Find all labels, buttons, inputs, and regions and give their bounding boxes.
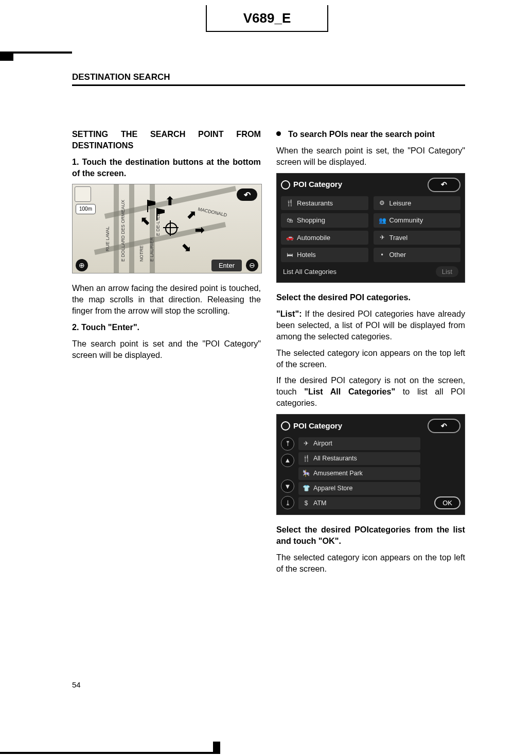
zoom-in-button[interactable]: ⊕ (76, 259, 88, 271)
category-label: Shopping (297, 216, 325, 225)
content-area: SETTING THE SEARCH POINT FROM DESTINATIO… (72, 129, 465, 580)
list-item-label: Airport (313, 439, 332, 448)
list-item[interactable]: ✈Airport (298, 437, 420, 450)
screenshot-footer: List All Categories List (281, 266, 460, 278)
hotels-icon: 🛏 (286, 251, 293, 259)
arrow-downright-icon[interactable]: ⬊ (181, 242, 192, 253)
bullet-heading: To search POIs near the search point (276, 129, 465, 140)
ok-button[interactable]: OK (434, 496, 460, 510)
page-number: 54 (72, 680, 81, 689)
list-button[interactable]: List (436, 266, 458, 278)
category-label: Automobile (297, 233, 330, 243)
category-label: Other (389, 250, 406, 260)
category-button[interactable]: ⚙Leisure (374, 196, 461, 211)
flag-icon (156, 208, 166, 220)
arrow-right-icon[interactable]: ➡ (194, 225, 205, 236)
category-label: Restaurants (297, 199, 333, 208)
paragraph: When the search point is set, the "POI C… (276, 145, 465, 168)
screenshot-header: POI Category ↶ (281, 178, 460, 192)
arrow-upleft-icon[interactable]: ⬉ (139, 215, 151, 227)
paragraph-text: If the desired POI categories have alrea… (276, 309, 465, 341)
restaurants-icon: 🍴 (303, 454, 310, 462)
paragraph-bold: Select the desired POIcategories from th… (276, 524, 465, 547)
category-label: Travel (389, 233, 408, 243)
list-item[interactable]: $ATM (298, 497, 420, 510)
back-button[interactable]: ↶ (428, 178, 460, 192)
map-scale-label: 100m (76, 204, 96, 214)
paragraph: The search point is set and the "POI Cat… (72, 338, 261, 361)
left-column: SETTING THE SEARCH POINT FROM DESTINATIO… (72, 129, 261, 580)
category-button[interactable]: 🛏Hotels (281, 248, 368, 262)
list-all-categories-button[interactable]: List All Categories (283, 267, 336, 277)
category-button[interactable]: •Other (374, 248, 461, 262)
street-label: RUE LAVAL (104, 227, 111, 251)
street-label: MACDONALD (197, 206, 227, 218)
list-item-label: ATM (313, 499, 326, 508)
right-column: To search POIs near the search point Whe… (276, 129, 465, 580)
screenshot-title: POI Category (293, 421, 342, 431)
category-button[interactable]: 👥Community (374, 213, 461, 228)
paragraph: If the desired POI category is not on th… (276, 375, 465, 409)
category-label: Leisure (389, 199, 412, 208)
list-row: ⤒ ▲ ▼ ⤓ ✈Airport 🍴All Restaurants 🎠Amuse… (281, 437, 460, 509)
category-label: Community (389, 216, 423, 225)
map-badge-icon (75, 186, 91, 202)
shopping-icon: 🛍 (286, 216, 293, 225)
airport-icon: ✈ (303, 439, 310, 448)
scroll-column: ⤒ ▲ ▼ ⤓ (281, 437, 294, 509)
scroll-bottom-button[interactable]: ⤓ (281, 496, 294, 509)
atm-icon: $ (303, 499, 310, 507)
section-header: DESTINATION SEARCH (72, 72, 465, 86)
restaurants-icon: 🍴 (286, 199, 293, 207)
list-label-bold: "List": (276, 309, 302, 318)
target-icon (281, 180, 290, 190)
step-1: 1. Touch the destination buttons at the … (72, 157, 261, 179)
zoom-out-button[interactable]: ⊖ (246, 259, 258, 271)
page: V689_E DESTINATION SEARCH SETTING THE SE… (0, 0, 532, 756)
paragraph: The selected category icon appears on th… (276, 552, 465, 575)
bullet-icon (276, 131, 281, 136)
automobile-icon: 🚗 (286, 233, 293, 242)
map-back-button[interactable]: ↶ (237, 188, 257, 201)
travel-icon: ✈ (379, 233, 386, 242)
step-2: 2. Touch "Enter". (72, 322, 261, 333)
list-item[interactable]: 🍴All Restaurants (298, 452, 420, 465)
list-item-label: Apparel Store (313, 484, 352, 493)
apparel-icon: 👕 (303, 484, 310, 492)
ok-cell: OK (424, 437, 460, 509)
list-all-bold: "List All Categories" (304, 387, 395, 396)
enter-button[interactable]: Enter (211, 260, 242, 272)
category-list: ✈Airport 🍴All Restaurants 🎠Amusement Par… (298, 437, 420, 509)
screenshot-header: POI Category ↶ (281, 419, 460, 433)
community-icon: 👥 (379, 216, 386, 225)
back-button[interactable]: ↶ (428, 419, 460, 433)
left-heading: SETTING THE SEARCH POINT FROM DESTINATIO… (72, 129, 261, 151)
arrow-upright-icon[interactable]: ⬈ (186, 209, 197, 220)
flag-icon (147, 200, 156, 212)
header-title-box: V689_E (206, 5, 328, 32)
amusement-icon: 🎠 (303, 469, 310, 477)
list-item-label: Amusement Park (313, 469, 363, 478)
paragraph: The selected category icon appears on th… (276, 348, 465, 370)
map-screenshot: 100m ↶ RUE LAVAL E DOLLARD DES ORMEAUX N… (72, 184, 262, 273)
category-label: Hotels (297, 250, 316, 260)
scroll-up-button[interactable]: ▲ (281, 454, 294, 467)
list-item[interactable]: 👕Apparel Store (298, 482, 420, 495)
map-bottom-bar: ⊕ Enter ⊖ (73, 257, 261, 273)
category-button[interactable]: ✈Travel (374, 231, 461, 245)
paragraph-bold: Select the desired POI categories. (276, 292, 465, 303)
paragraph: When an arrow facing the desired point i… (72, 283, 261, 317)
scroll-down-button[interactable]: ▼ (281, 479, 294, 493)
category-button[interactable]: 🛍Shopping (281, 213, 368, 228)
paragraph: "List": If the desired POI categories ha… (276, 308, 465, 342)
scroll-top-button[interactable]: ⤒ (281, 437, 294, 451)
list-item-label: All Restaurants (313, 454, 357, 463)
arrow-up-icon[interactable]: ⬆ (164, 196, 175, 207)
category-button[interactable]: 🚗Automobile (281, 231, 368, 245)
other-icon: • (379, 251, 386, 259)
category-grid: 🍴Restaurants ⚙Leisure 🛍Shopping 👥Communi… (281, 196, 460, 262)
bullet-text: To search POIs near the search point (288, 129, 435, 140)
category-button[interactable]: 🍴Restaurants (281, 196, 368, 211)
list-item[interactable]: 🎠Amusement Park (298, 467, 420, 480)
leisure-icon: ⚙ (379, 199, 386, 207)
